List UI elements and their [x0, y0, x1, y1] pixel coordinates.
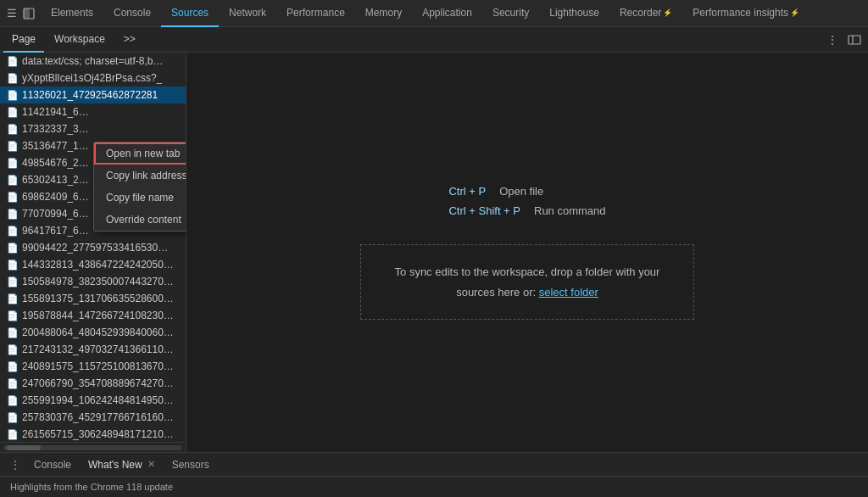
- file-icon: 📄: [7, 157, 19, 169]
- file-icon: 📄: [7, 394, 19, 406]
- tab-performance[interactable]: Performance: [276, 0, 355, 27]
- status-text: Highlights from the Chrome 118 update: [10, 482, 173, 492]
- file-icon: 📄: [7, 411, 19, 423]
- toolbar-tab-page[interactable]: Page: [3, 27, 44, 53]
- sync-workspace-box: To sync edits to the workspace, drop a f…: [360, 244, 695, 320]
- tab-memory[interactable]: Memory: [355, 0, 412, 27]
- sync-text-line2: sources here or: select folder: [395, 282, 660, 302]
- main-area: 📄 data:text/css; charset=utf-8,b… 📄 yXpp…: [0, 53, 868, 452]
- tab-sources[interactable]: Sources: [161, 0, 219, 27]
- context-menu-copy-link-address[interactable]: Copy link address: [94, 165, 186, 187]
- bottom-tabs: ⋮ Console What's New ✕ Sensors: [0, 453, 868, 477]
- file-icon: 📄: [7, 310, 19, 321]
- devtools-icons: ☰: [0, 7, 41, 20]
- bottom-status-bar: Highlights from the Chrome 118 update: [0, 477, 868, 497]
- file-icon: 📄: [7, 428, 19, 440]
- file-sidebar: 📄 data:text/css; charset=utf-8,b… 📄 yXpp…: [0, 53, 186, 452]
- file-icon: 📄: [7, 174, 19, 186]
- file-item[interactable]: 📄 195878844_147266724108230…: [0, 307, 186, 324]
- tab-security[interactable]: Security: [482, 0, 539, 27]
- sync-text-line1: To sync edits to the workspace, drop a f…: [395, 262, 660, 282]
- file-icon: 📄: [7, 259, 19, 271]
- close-whatsnew-tab[interactable]: ✕: [147, 459, 155, 470]
- context-menu: Open in new tab Copy link address Copy f…: [93, 142, 186, 232]
- file-icon: 📄: [7, 89, 19, 101]
- file-item[interactable]: 📄 17332337_3…: [0, 120, 186, 137]
- tab-console[interactable]: Console: [103, 0, 161, 27]
- file-item[interactable]: 📄 257830376_452917766716160…: [0, 409, 186, 426]
- top-tabbar: ☰ Elements Console Sources Network Perfo…: [0, 0, 868, 27]
- file-item[interactable]: 📄 99094422_277597533416530…: [0, 239, 186, 256]
- shortcut-key-open-file: Ctrl + P: [448, 185, 486, 198]
- file-icon: 📄: [7, 191, 19, 203]
- file-item[interactable]: 📄 240891575_115725100813670…: [0, 358, 186, 375]
- main-content-area: Ctrl + P Open file Ctrl + Shift + P Run …: [186, 53, 868, 452]
- file-icon: 📄: [7, 276, 19, 288]
- bottom-tab-sensors[interactable]: Sensors: [165, 453, 216, 477]
- file-icon: 📄: [7, 72, 19, 84]
- second-toolbar: Page Workspace >> ⋮: [0, 27, 868, 53]
- file-item-selected[interactable]: 📄 11326021_472925462872281: [0, 87, 186, 103]
- devtools-menu-icon[interactable]: ☰: [5, 7, 19, 20]
- shortcut-label-run-command: Run command: [534, 204, 606, 217]
- file-icon: 📄: [7, 208, 19, 220]
- file-icon: 📄: [7, 377, 19, 389]
- file-item[interactable]: 📄 yXpptBlIcei1sOj42BrPsa.css?_: [0, 70, 186, 87]
- file-icon: 📄: [7, 242, 19, 254]
- toolbar-tab-more[interactable]: >>: [115, 27, 144, 53]
- hscroll-thumb[interactable]: [7, 445, 41, 450]
- file-item[interactable]: 📄 150584978_382350007443270…: [0, 273, 186, 290]
- tab-lighthouse[interactable]: Lighthouse: [539, 0, 609, 27]
- context-menu-open-in-new-tab[interactable]: Open in new tab: [94, 142, 186, 165]
- devtools-dock-icon[interactable]: [22, 7, 36, 20]
- file-item[interactable]: 📄 144332813_438647224242050…: [0, 256, 186, 273]
- select-folder-link[interactable]: select folder: [539, 286, 598, 299]
- bottom-dots-icon[interactable]: ⋮: [7, 459, 24, 471]
- bottom-tab-whatsnew[interactable]: What's New ✕: [81, 453, 162, 477]
- file-icon: 📄: [7, 106, 19, 118]
- context-menu-copy-file-name[interactable]: Copy file name: [94, 187, 186, 209]
- file-item[interactable]: 📄 200488064_480452939840060…: [0, 324, 186, 341]
- file-item[interactable]: 📄 247066790_354708889674270…: [0, 375, 186, 392]
- more-options-button[interactable]: ⋮: [822, 30, 843, 50]
- file-icon: 📄: [7, 343, 19, 355]
- toolbar-tab-workspace[interactable]: Workspace: [46, 27, 114, 53]
- tab-performance-insights[interactable]: Performance insights ⚡: [682, 0, 810, 27]
- file-icon: 📄: [7, 225, 19, 237]
- tab-elements[interactable]: Elements: [41, 0, 103, 27]
- file-icon: 📄: [7, 123, 19, 135]
- sidebar-hscrollbar[interactable]: [0, 442, 186, 452]
- file-item[interactable]: 📄 11421941_6…: [0, 103, 186, 120]
- svg-rect-1: [24, 8, 30, 19]
- hscroll-track[interactable]: [3, 445, 182, 450]
- tab-recorder[interactable]: Recorder ⚡: [609, 0, 682, 27]
- file-item[interactable]: 📄 217243132_497032741366110…: [0, 341, 186, 358]
- file-item[interactable]: 📄 155891375_131706635528600…: [0, 290, 186, 307]
- shortcut-run-command: Ctrl + Shift + P Run command: [448, 204, 605, 217]
- tab-application[interactable]: Application: [412, 0, 482, 27]
- file-icon: 📄: [7, 55, 19, 67]
- file-item[interactable]: 📄 255991994_106242484814950…: [0, 392, 186, 409]
- shortcut-label-open-file: Open file: [499, 185, 543, 198]
- toggle-sidebar-button[interactable]: [844, 30, 865, 50]
- svg-rect-2: [849, 36, 860, 44]
- shortcut-key-run-command: Ctrl + Shift + P: [448, 204, 520, 217]
- tab-network[interactable]: Network: [219, 0, 276, 27]
- file-list: 📄 data:text/css; charset=utf-8,b… 📄 yXpp…: [0, 53, 186, 442]
- file-item[interactable]: 📄 data:text/css; charset=utf-8,b…: [0, 53, 186, 70]
- file-icon: 📄: [7, 293, 19, 304]
- bottom-tab-console[interactable]: Console: [27, 453, 78, 477]
- file-icon: 📄: [7, 327, 19, 338]
- bottom-panel: ⋮ Console What's New ✕ Sensors Highlight…: [0, 452, 868, 497]
- file-icon: 📄: [7, 140, 19, 152]
- shortcut-open-file: Ctrl + P Open file: [448, 185, 543, 198]
- file-icon: 📄: [7, 360, 19, 372]
- file-item[interactable]: 📄 261565715_306248948171210…: [0, 426, 186, 442]
- context-menu-override-content[interactable]: Override content: [94, 209, 186, 231]
